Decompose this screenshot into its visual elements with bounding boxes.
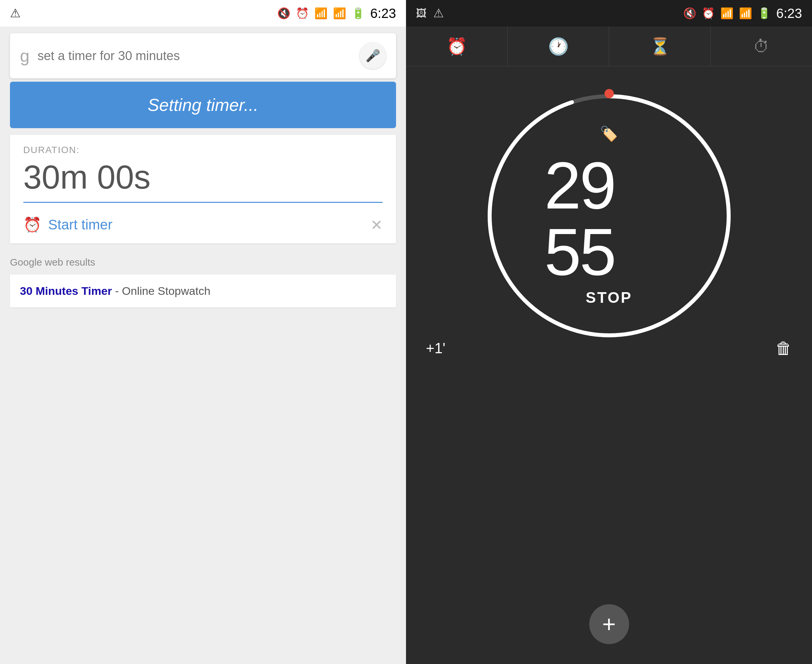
search-query-text: set a timer for 30 minutes bbox=[37, 49, 180, 63]
alarm-status-icon-left: ⏰ bbox=[296, 7, 309, 20]
photo-icon: 🖼 bbox=[416, 7, 426, 20]
battery-icon-right: 🔋 bbox=[758, 7, 771, 20]
tab-bar: ⏰ 🕐 ⏳ ⏱ bbox=[406, 26, 812, 67]
plus-one-button[interactable]: +1' bbox=[426, 340, 446, 356]
status-left-icons-right: 🖼 ⚠ bbox=[416, 6, 444, 20]
time-left: 6:23 bbox=[370, 6, 396, 21]
signal-icon-left: 📶 bbox=[333, 7, 346, 20]
warning-icon-left: ⚠ bbox=[10, 6, 21, 20]
timer-inner: 🏷️ 29 55 STOP bbox=[544, 125, 674, 306]
label-icon: 🏷️ bbox=[600, 125, 618, 142]
status-icons-left: 🔇 ⏰ 📶 📶 🔋 6:23 bbox=[277, 6, 396, 21]
web-result-title-dash: - Online Stopwatch bbox=[112, 285, 210, 297]
tab-clock[interactable]: 🕐 bbox=[508, 26, 609, 66]
wifi-icon-left: 📶 bbox=[314, 7, 328, 20]
alarm-status-icon-right: ⏰ bbox=[702, 7, 715, 20]
web-result-card[interactable]: 30 Minutes Timer - Online Stopwatch bbox=[10, 275, 396, 308]
google-logo: g bbox=[20, 46, 29, 66]
web-result-title: 30 Minutes Timer - Online Stopwatch bbox=[20, 285, 210, 297]
mic-button[interactable]: 🎤 bbox=[360, 42, 386, 69]
tab-stopwatch-icon: ⏱ bbox=[753, 37, 770, 56]
status-bar-right: 🖼 ⚠ 🔇 ⏰ 📶 📶 🔋 6:23 bbox=[406, 0, 812, 26]
web-results-section: Google web results 30 Minutes Timer - On… bbox=[10, 257, 396, 308]
mic-icon: 🎤 bbox=[366, 49, 381, 63]
right-panel: 🖼 ⚠ 🔇 ⏰ 📶 📶 🔋 6:23 ⏰ 🕐 ⏳ ⏱ bbox=[406, 0, 812, 664]
battery-icon-left: 🔋 bbox=[351, 7, 365, 20]
alarm-icon-blue: ⏰ bbox=[23, 216, 41, 233]
circle-timer: 🏷️ 29 55 STOP bbox=[480, 86, 739, 345]
search-bar-left: g set a timer for 30 minutes bbox=[20, 46, 180, 66]
status-bar-left: ⚠ 🔇 ⏰ 📶 📶 🔋 6:23 bbox=[0, 0, 406, 26]
timer-time-display: 29 55 bbox=[544, 152, 674, 285]
add-timer-button[interactable]: + bbox=[589, 604, 629, 644]
add-button-area: + bbox=[589, 604, 629, 664]
status-icons-right: 🔇 ⏰ 📶 📶 🔋 6:23 bbox=[683, 6, 802, 21]
timer-display-area: 🏷️ 29 55 STOP +1' 🗑 + bbox=[406, 67, 812, 664]
mute-icon-right: 🔇 bbox=[683, 7, 696, 20]
red-dot bbox=[605, 89, 614, 98]
tab-timer[interactable]: ⏳ bbox=[609, 26, 711, 66]
setting-timer-banner: Setting timer... bbox=[10, 82, 396, 128]
signal-icon-right: 📶 bbox=[739, 7, 752, 20]
blue-divider bbox=[23, 202, 383, 203]
timer-card: DURATION: 30m 00s ⏰ Start timer ✕ bbox=[10, 135, 396, 243]
close-icon[interactable]: ✕ bbox=[371, 216, 383, 233]
wifi-icon-right: 📶 bbox=[720, 7, 734, 20]
delete-button[interactable]: 🗑 bbox=[776, 339, 792, 358]
start-timer-left[interactable]: ⏰ Start timer bbox=[23, 216, 112, 233]
web-results-label: Google web results bbox=[10, 257, 396, 268]
plus-icon: + bbox=[602, 612, 616, 636]
setting-timer-text: Setting timer... bbox=[148, 95, 258, 114]
start-timer-label[interactable]: Start timer bbox=[48, 217, 112, 233]
tab-alarm-icon: ⏰ bbox=[446, 37, 467, 56]
duration-value: 30m 00s bbox=[23, 159, 383, 195]
start-timer-row[interactable]: ⏰ Start timer ✕ bbox=[23, 210, 383, 243]
mute-icon-left: 🔇 bbox=[277, 7, 290, 20]
tab-alarm[interactable]: ⏰ bbox=[406, 26, 508, 66]
timer-stop-button[interactable]: STOP bbox=[586, 288, 632, 306]
warning-icon-right: ⚠ bbox=[433, 6, 444, 20]
tab-timer-icon: ⏳ bbox=[650, 37, 670, 56]
search-bar[interactable]: g set a timer for 30 minutes 🎤 bbox=[10, 33, 396, 78]
web-result-title-bold[interactable]: 30 Minutes Timer bbox=[20, 285, 112, 297]
duration-label: DURATION: bbox=[23, 145, 383, 155]
left-panel: ⚠ 🔇 ⏰ 📶 📶 🔋 6:23 g set a timer for 30 mi… bbox=[0, 0, 406, 664]
tab-clock-icon: 🕐 bbox=[548, 37, 569, 56]
tab-stopwatch[interactable]: ⏱ bbox=[711, 26, 812, 66]
time-right: 6:23 bbox=[776, 6, 802, 21]
